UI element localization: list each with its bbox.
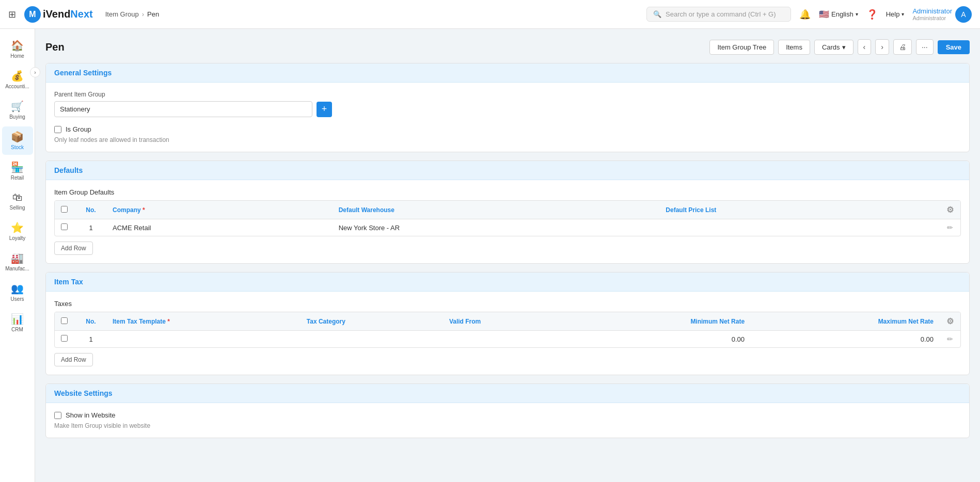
print-button[interactable]: 🖨 — [893, 39, 912, 55]
user-name: Administrator — [912, 7, 952, 15]
tax-col-category: Tax Category — [301, 312, 443, 331]
defaults-row-checkbox[interactable] — [61, 223, 68, 230]
sidebar: 🏠 Home 💰 Accounti... 🛒 Buying 📦 Stock 🏪 … — [0, 29, 35, 482]
item-tax-title: Item Tax — [54, 278, 83, 286]
sidebar-item-buying[interactable]: 🛒 Buying — [2, 96, 33, 124]
defaults-section: Defaults Item Group Defaults No. Company… — [45, 160, 970, 264]
parent-item-group-group: Parent Item Group + — [54, 91, 961, 117]
item-tax-header: Item Tax — [46, 272, 969, 292]
defaults-row-edit-icon[interactable]: ✏ — [947, 223, 953, 232]
website-settings-header: Website Settings — [46, 384, 969, 403]
page-header: Pen Item Group Tree Items Cards ▾ ‹ › 🖨 … — [45, 39, 970, 55]
sidebar-item-retail[interactable]: 🏪 Retail — [2, 157, 33, 185]
logo[interactable]: M iVendNext — [24, 6, 93, 23]
general-settings-section: General Settings Parent Item Group + Is … — [45, 63, 970, 152]
tax-row-min-rate: 0.00 — [566, 331, 751, 348]
search-bar[interactable]: 🔍 Search or type a command (Ctrl + G) — [646, 7, 791, 22]
defaults-title: Defaults — [54, 166, 83, 174]
defaults-row-pricelist — [659, 219, 940, 236]
sidebar-item-crm[interactable]: 📊 CRM — [2, 309, 33, 337]
grid-icon[interactable]: ⊞ — [8, 9, 16, 20]
tax-col-template: Item Tax Template * — [106, 312, 301, 331]
defaults-add-row-button[interactable]: Add Row — [54, 242, 93, 255]
language-selector[interactable]: 🇺🇸 English ▾ — [819, 9, 858, 19]
parent-item-group-label: Parent Item Group — [54, 91, 961, 98]
show-in-website-checkbox[interactable] — [54, 412, 61, 419]
manufacturing-icon: 🏭 — [11, 252, 24, 264]
defaults-settings-icon[interactable]: ⚙ — [946, 205, 954, 214]
next-button[interactable]: › — [875, 39, 889, 55]
item-group-defaults-label: Item Group Defaults — [54, 188, 114, 196]
main-content: Pen Item Group Tree Items Cards ▾ ‹ › 🖨 … — [35, 29, 980, 482]
cards-label: Cards — [822, 43, 840, 51]
items-button[interactable]: Items — [778, 40, 810, 55]
tax-row-checkbox[interactable] — [61, 335, 68, 342]
tax-settings-icon[interactable]: ⚙ — [946, 317, 954, 326]
item-group-tree-button[interactable]: Item Group Tree — [709, 40, 774, 55]
defaults-table: No. Company * Default Warehouse Default … — [55, 201, 960, 236]
sidebar-item-loyalty[interactable]: ⭐ Loyalty — [2, 217, 33, 246]
sidebar-item-stock[interactable]: 📦 Stock — [2, 126, 33, 155]
parent-item-group-input[interactable] — [54, 101, 312, 117]
defaults-row-edit-cell: ✏ — [940, 219, 960, 236]
flag-icon: 🇺🇸 — [819, 9, 829, 19]
show-in-website-hint: Make Item Group visible in website — [54, 422, 961, 429]
tax-select-all-checkbox[interactable] — [61, 317, 68, 324]
defaults-col-pricelist: Default Price List — [659, 201, 940, 219]
stock-icon: 📦 — [11, 131, 24, 143]
item-tax-section: Item Tax Taxes No. Item Tax Template * — [45, 272, 970, 375]
defaults-select-all-checkbox[interactable] — [61, 206, 68, 213]
defaults-row-company: ACME Retail — [106, 219, 333, 236]
loyalty-icon: ⭐ — [11, 221, 24, 234]
parent-item-group-input-group: + — [54, 101, 961, 117]
sidebar-item-users[interactable]: 👥 Users — [2, 278, 33, 307]
parent-item-group-add-button[interactable]: + — [317, 102, 332, 117]
tax-col-checkbox — [55, 312, 75, 331]
prev-button[interactable]: ‹ — [858, 39, 872, 55]
tax-row-valid-from — [443, 331, 566, 348]
defaults-col-no: No. — [75, 201, 106, 219]
sidebar-item-selling[interactable]: 🛍 Selling — [2, 187, 33, 215]
defaults-table-wrapper: No. Company * Default Warehouse Default … — [54, 200, 961, 236]
user-info[interactable]: Administrator Administrator A — [912, 6, 972, 23]
defaults-col-settings: ⚙ — [940, 201, 960, 219]
breadcrumb-current: Pen — [147, 10, 159, 18]
notifications-icon[interactable]: 🔔 — [799, 9, 811, 20]
cards-button[interactable]: Cards ▾ — [814, 40, 853, 55]
sidebar-item-label: Loyalty — [9, 235, 26, 242]
sidebar-item-home[interactable]: 🏠 Home — [2, 35, 33, 63]
save-button[interactable]: Save — [938, 40, 970, 54]
cards-chevron-icon: ▾ — [842, 43, 846, 51]
website-settings-title: Website Settings — [54, 389, 113, 397]
nav-actions: 🔔 🇺🇸 English ▾ ❓ Help ▾ Administrator Ad… — [799, 6, 972, 23]
sidebar-toggle[interactable]: › — [30, 67, 40, 77]
tax-row-category — [301, 331, 443, 348]
users-icon: 👥 — [11, 282, 24, 295]
is-group-checkbox[interactable] — [54, 126, 61, 133]
top-nav: ⊞ M iVendNext Item Group › Pen 🔍 Search … — [0, 0, 980, 29]
sidebar-item-manufacturing[interactable]: 🏭 Manufac... — [2, 248, 33, 276]
show-in-website-row: Show in Website — [54, 411, 961, 419]
tax-add-row-button[interactable]: Add Row — [54, 353, 93, 366]
tax-row-template — [106, 331, 301, 348]
accounting-icon: 💰 — [11, 70, 24, 82]
more-options-button[interactable]: ··· — [916, 39, 934, 55]
sidebar-item-accounting[interactable]: 💰 Accounti... — [2, 66, 33, 94]
language-chevron-icon: ▾ — [856, 11, 858, 17]
tax-col-settings: ⚙ — [940, 312, 960, 331]
tax-row-max-rate: 0.00 — [751, 331, 940, 348]
help-chevron-icon: ▾ — [902, 11, 904, 17]
show-in-website-label: Show in Website — [66, 411, 116, 419]
help-button[interactable]: Help ▾ — [886, 10, 905, 18]
sidebar-item-label: Users — [10, 296, 24, 302]
help-icon[interactable]: ❓ — [866, 9, 878, 20]
sidebar-item-label: Retail — [11, 175, 24, 181]
tax-row-edit-icon[interactable]: ✏ — [947, 335, 953, 343]
is-group-label: Is Group — [66, 125, 91, 133]
tax-row-no: 1 — [75, 331, 106, 348]
tax-row-checkbox-cell — [55, 331, 75, 348]
logo-icon: M — [24, 6, 41, 23]
page-title: Pen — [45, 41, 65, 53]
sidebar-item-label: Buying — [9, 114, 25, 120]
breadcrumb-parent[interactable]: Item Group — [105, 10, 139, 18]
